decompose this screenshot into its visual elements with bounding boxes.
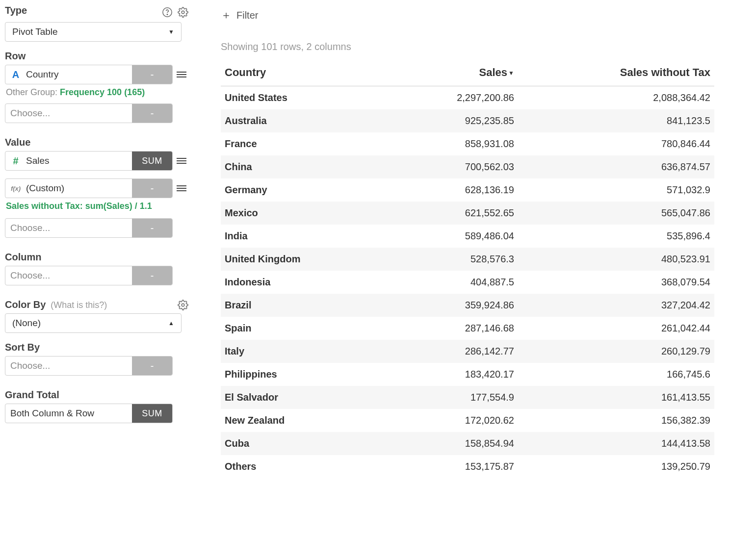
grandtotal-select[interactable]: Both Column & Row SUM <box>5 404 173 423</box>
results-pane: ＋ Filter Showing 101 rows, 2 columns Cou… <box>191 5 729 560</box>
custom-formula: Sales without Tax: sum(Sales) / 1.1 <box>6 201 188 211</box>
grandtotal-value: Both Column & Row <box>10 408 94 419</box>
cell-sales-no-tax: 480,523.91 <box>518 248 714 271</box>
gear-icon[interactable] <box>178 7 188 18</box>
cell-sales: 183,420.17 <box>388 363 518 386</box>
value-field-sales[interactable]: # Sales SUM <box>5 151 173 171</box>
caret-down-icon: ▼ <box>168 28 174 35</box>
row-other-group: Other Group: Frequency 100 (165) <box>6 87 188 98</box>
add-filter-button[interactable]: ＋ Filter <box>221 8 714 23</box>
value-field-custom[interactable]: f(x) (Custom) - <box>5 178 173 198</box>
sortby-label: Sort By <box>5 342 188 353</box>
cell-country: United Kingdom <box>221 248 388 271</box>
help-icon[interactable] <box>162 7 173 18</box>
cell-country: Philippines <box>221 363 388 386</box>
cell-sales: 589,486.04 <box>388 225 518 248</box>
cell-sales-no-tax: 535,896.4 <box>518 225 714 248</box>
cell-sales: 153,175.87 <box>388 455 518 478</box>
value-add-field[interactable]: Choose... - <box>5 218 173 238</box>
colorby-label: Color By <box>5 299 46 310</box>
header-sales-no-tax[interactable]: Sales without Tax <box>518 61 714 86</box>
table-row: New Zealand172,020.62156,382.39 <box>221 409 714 432</box>
column-add-badge[interactable]: - <box>132 266 172 285</box>
row-field-agg-badge[interactable]: - <box>132 65 172 84</box>
cell-country: Germany <box>221 178 388 202</box>
row-label: Row <box>5 51 188 62</box>
pivot-table: Country Sales▼ Sales without Tax United … <box>221 61 714 478</box>
table-row: China700,562.03636,874.57 <box>221 155 714 178</box>
cell-country: Italy <box>221 340 388 363</box>
cell-country: India <box>221 225 388 248</box>
row-field-name: Country <box>26 69 59 80</box>
cell-sales: 858,931.08 <box>388 132 518 155</box>
table-row: United States2,297,200.862,088,364.42 <box>221 86 714 110</box>
drag-handle-icon[interactable] <box>177 156 186 166</box>
cell-sales: 2,297,200.86 <box>388 86 518 110</box>
sortby-badge[interactable]: - <box>132 356 172 375</box>
table-row: France858,931.08780,846.44 <box>221 132 714 155</box>
cell-country: Spain <box>221 317 388 340</box>
gear-icon[interactable] <box>178 300 188 310</box>
table-row: Italy286,142.77260,129.79 <box>221 340 714 363</box>
cell-sales: 700,562.03 <box>388 155 518 178</box>
cell-sales-no-tax: 166,745.6 <box>518 363 714 386</box>
cell-sales: 528,576.3 <box>388 248 518 271</box>
filter-label: Filter <box>236 10 258 21</box>
cell-sales-no-tax: 368,079.54 <box>518 271 714 294</box>
colorby-value: (None) <box>12 318 41 329</box>
colorby-select[interactable]: (None) ▲ <box>5 313 182 333</box>
cell-sales-no-tax: 571,032.9 <box>518 178 714 202</box>
type-label: Type <box>5 5 27 16</box>
cell-country: Mexico <box>221 202 388 225</box>
choose-placeholder: Choose... <box>10 223 50 233</box>
row-add-field[interactable]: Choose... - <box>5 103 173 123</box>
column-add-field[interactable]: Choose... - <box>5 266 173 285</box>
cell-sales: 621,552.65 <box>388 202 518 225</box>
cell-sales: 286,142.77 <box>388 340 518 363</box>
table-row: Australia925,235.85841,123.5 <box>221 109 714 132</box>
drag-handle-icon[interactable] <box>177 70 186 79</box>
cell-country: New Zealand <box>221 409 388 432</box>
grandtotal-label: Grand Total <box>5 389 188 401</box>
colorby-hint[interactable]: (What is this?) <box>51 300 107 310</box>
header-country[interactable]: Country <box>221 61 388 86</box>
config-sidebar: Type Pivot Table ▼ Row A Country - Other… <box>5 5 191 560</box>
value-field-agg-badge[interactable]: SUM <box>132 152 172 170</box>
cell-sales-no-tax: 161,413.55 <box>518 386 714 409</box>
drag-handle-icon[interactable] <box>177 183 186 193</box>
column-label: Column <box>5 252 188 263</box>
number-type-icon: # <box>10 155 21 166</box>
value-label: Value <box>5 137 188 148</box>
sort-desc-icon: ▼ <box>508 70 514 76</box>
cell-sales: 359,924.86 <box>388 294 518 317</box>
cell-sales-no-tax: 841,123.5 <box>518 109 714 132</box>
grandtotal-badge[interactable]: SUM <box>132 404 172 423</box>
cell-sales: 925,235.85 <box>388 109 518 132</box>
table-row: United Kingdom528,576.3480,523.91 <box>221 248 714 271</box>
row-field-country[interactable]: A Country - <box>5 65 173 84</box>
row-add-badge[interactable]: - <box>132 104 172 123</box>
cell-sales: 158,854.94 <box>388 432 518 455</box>
cell-country: Others <box>221 455 388 478</box>
type-select[interactable]: Pivot Table ▼ <box>5 22 182 42</box>
cell-country: Brazil <box>221 294 388 317</box>
svg-point-1 <box>167 14 167 14</box>
header-sales[interactable]: Sales▼ <box>388 61 518 86</box>
value-add-badge[interactable]: - <box>132 219 172 237</box>
table-row: Brazil359,924.86327,204.42 <box>221 294 714 317</box>
table-row: Philippines183,420.17166,745.6 <box>221 363 714 386</box>
cell-sales: 628,136.19 <box>388 178 518 202</box>
cell-sales: 177,554.9 <box>388 386 518 409</box>
table-row: Cuba158,854.94144,413.58 <box>221 432 714 455</box>
cell-sales-no-tax: 565,047.86 <box>518 202 714 225</box>
cell-sales: 287,146.68 <box>388 317 518 340</box>
table-row: Mexico621,552.65565,047.86 <box>221 202 714 225</box>
choose-placeholder: Choose... <box>10 108 50 119</box>
table-row: India589,486.04535,896.4 <box>221 225 714 248</box>
cell-sales-no-tax: 139,250.79 <box>518 455 714 478</box>
plus-icon: ＋ <box>221 8 232 23</box>
value-field-agg-badge[interactable]: - <box>132 179 172 198</box>
cell-sales-no-tax: 261,042.44 <box>518 317 714 340</box>
sortby-select[interactable]: Choose... - <box>5 356 173 376</box>
cell-sales-no-tax: 156,382.39 <box>518 409 714 432</box>
